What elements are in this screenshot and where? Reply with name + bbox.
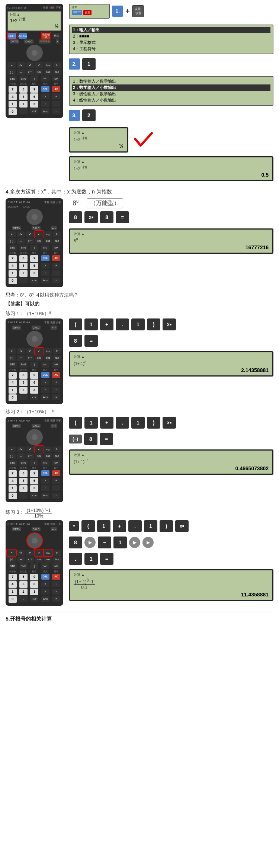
ac2-btn[interactable]: AC (52, 255, 60, 261)
key-8a[interactable]: 8 (69, 211, 82, 223)
ex1-key-xn[interactable]: x■ (163, 318, 176, 330)
x-btn[interactable]: x (56, 39, 60, 44)
ex2-key-pc[interactable]: ) (147, 417, 160, 429)
btn-4[interactable]: 4 (9, 93, 17, 100)
pow-ex3-btn[interactable]: xⁿ (35, 550, 43, 556)
sub-btn[interactable]: − (52, 101, 60, 107)
btn2-8[interactable]: 8 (19, 255, 28, 262)
ex3-key-1[interactable]: 1 (97, 520, 110, 532)
ex2-key-eq[interactable]: = (100, 433, 113, 445)
ex1-key-paren-open[interactable]: ( (69, 318, 82, 330)
ex2-key-neg[interactable]: (−) (69, 435, 82, 443)
ex1-key-eq[interactable]: = (84, 335, 98, 347)
pow-btn[interactable]: xⁿ (35, 62, 43, 68)
tan2-btn[interactable]: tan (53, 238, 61, 244)
log-ex3-btn[interactable]: logₐ (44, 550, 52, 556)
add-btn[interactable]: + (41, 101, 49, 107)
alpha-btn[interactable]: ALPHA (19, 33, 27, 39)
sin-btn[interactable]: sin (35, 69, 43, 75)
5od2-btn[interactable]: 5♦D (41, 245, 49, 251)
eng-btn[interactable]: ENG (19, 76, 28, 81)
ex1-key-8[interactable]: 8 (69, 335, 82, 347)
btn2-4[interactable]: 4 (9, 263, 17, 269)
optn-ex3[interactable]: OPTN (12, 527, 21, 531)
btn-5[interactable]: 5 (19, 93, 28, 100)
paren2-btn[interactable]: ( (30, 245, 38, 251)
del2-btn[interactable]: DEL (41, 255, 49, 261)
sqrt-btn[interactable]: √x (17, 62, 25, 68)
sqrt2-btn[interactable]: √x (17, 231, 25, 237)
mplus2-btn[interactable]: M+ (52, 245, 60, 251)
ex1-key-paren-close[interactable]: ) (147, 318, 160, 330)
optn-btn[interactable]: OPTN (10, 39, 19, 44)
key-2[interactable]: 2 (82, 109, 96, 121)
btn2-5[interactable]: 5 (19, 263, 28, 269)
log2-btn[interactable]: logₐ (44, 231, 52, 237)
btn-1[interactable]: 1 (9, 101, 17, 108)
5od-btn[interactable]: 5♦D (41, 76, 49, 81)
ex3-key-arrow3[interactable]: ▶ (142, 537, 154, 548)
pow-ex1-btn[interactable]: xⁿ (35, 348, 43, 354)
btn-7[interactable]: 7 (9, 86, 17, 93)
dot2-btn[interactable]: •• (17, 238, 25, 244)
sub2-btn[interactable]: − (52, 270, 60, 276)
ex3-key-1c[interactable]: 1 (113, 537, 127, 548)
ex2-key-xn[interactable]: x■ (163, 417, 176, 429)
btn-3[interactable]: 3 (30, 101, 38, 108)
add2-btn[interactable]: + (41, 270, 49, 276)
inv2-btn[interactable]: x⁻¹ (26, 238, 34, 244)
btn2-9[interactable]: 9 (30, 255, 38, 262)
dec2-btn[interactable]: . (19, 278, 28, 284)
key-1[interactable]: 1 (82, 58, 96, 70)
dot-btn[interactable]: •• (17, 69, 25, 75)
ex3-key-eq[interactable]: = (100, 553, 113, 565)
btn2-2[interactable]: 2 (19, 270, 28, 277)
neg2-btn[interactable]: (−) (7, 238, 16, 244)
inv-btn[interactable]: x⁻¹ (26, 69, 34, 75)
eng2-btn[interactable]: ENG (19, 245, 28, 251)
ex1-key-1[interactable]: 1 (84, 318, 98, 330)
mul2-btn[interactable]: × (41, 263, 49, 269)
dpad-center[interactable] (32, 50, 38, 56)
cos-btn[interactable]: cos (44, 69, 52, 75)
menu-btn[interactable]: ≡ (7, 62, 16, 68)
calc-ex3[interactable]: CALC (32, 527, 41, 531)
div-btn[interactable]: ÷ (52, 93, 60, 99)
div2-btn[interactable]: ÷ (52, 263, 60, 269)
optn2[interactable]: OPTN (12, 226, 21, 230)
tan-btn[interactable]: tan (53, 69, 61, 75)
ex2-key-plus[interactable]: + (100, 417, 113, 429)
sq-btn[interactable]: x² (26, 62, 34, 68)
btn-6[interactable]: 6 (30, 93, 38, 100)
calc-btn-nav[interactable]: CALC (24, 39, 33, 44)
ans2-btn[interactable]: Ans (41, 278, 49, 284)
decimal-btn[interactable]: . (19, 108, 28, 114)
shift-btn[interactable]: SHIFT (8, 33, 16, 39)
ac-btn[interactable]: AC (52, 86, 60, 92)
exp-btn[interactable]: ×10ˣ (30, 108, 38, 114)
ex3-key-frac[interactable]: ≡ (69, 521, 79, 531)
settings-btn[interactable]: 设置/设置 (42, 33, 50, 39)
menu2-btn[interactable]: ≡ (7, 231, 16, 237)
calc2[interactable]: CALC (32, 226, 41, 230)
btn2-7[interactable]: 7 (9, 255, 17, 262)
del-btn[interactable]: DEL (41, 86, 49, 92)
btn2-0[interactable]: 0 (9, 278, 17, 284)
sto-btn[interactable]: STO (9, 76, 17, 81)
btn2-3[interactable]: 3 (30, 270, 38, 277)
ex1-key-dot[interactable]: . (116, 318, 129, 330)
ex3-key-xn[interactable]: x■ (175, 520, 189, 532)
ln-btn[interactable]: ln (53, 62, 61, 68)
cos2-btn[interactable]: cos (44, 238, 52, 244)
ex3-key-arrow2[interactable]: ▶ (129, 537, 140, 548)
pow-ex2-btn[interactable]: xⁿ (35, 446, 43, 452)
dpad2-center[interactable] (32, 214, 38, 220)
key-8b[interactable]: 8 (100, 211, 113, 223)
log-btn[interactable]: logₐ (44, 62, 52, 68)
paren-btn[interactable]: ( (30, 76, 38, 81)
ex3-key-sub[interactable]: − (98, 537, 111, 548)
btn2-1[interactable]: 1 (9, 270, 17, 277)
pow2-btn[interactable]: xⁿ (35, 231, 43, 237)
btn-2[interactable]: 2 (19, 101, 28, 108)
ex3-key-plus[interactable]: + (113, 520, 126, 532)
